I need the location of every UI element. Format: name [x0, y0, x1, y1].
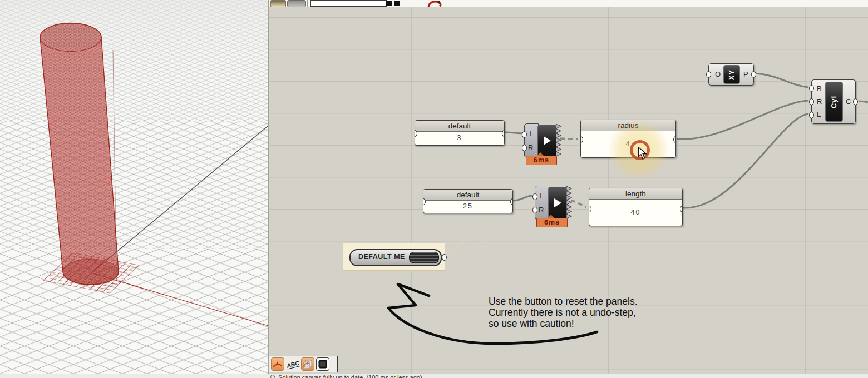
output-port[interactable] — [673, 136, 676, 143]
input-port[interactable] — [809, 85, 814, 92]
status-icon — [270, 375, 275, 378]
scribble-icon — [272, 359, 283, 370]
panel-value[interactable]: 25 — [423, 201, 512, 212]
zigzag-edge — [556, 124, 562, 156]
panel-value[interactable]: 3 — [415, 132, 504, 144]
grasshopper-top-toolbar — [269, 0, 868, 7]
abc-icon: ABC — [285, 359, 299, 369]
button-group-background: DEFAULT ME — [343, 243, 445, 271]
output-port[interactable] — [853, 98, 858, 105]
status-text: Solution canvas fully up to date. (100 m… — [278, 374, 422, 378]
cylinder-component[interactable]: B R L Cyl C — [811, 79, 856, 124]
grasshopper-window: { "toolbar_top": { "search_value": "" },… — [0, 0, 868, 378]
data-dam-b[interactable]: T R 6ms — [535, 186, 574, 219]
panel-title: length — [589, 188, 682, 200]
status-bar: Solution canvas fully up to date. (100 m… — [0, 374, 868, 378]
rhino-3d-viewport[interactable] — [0, 0, 269, 374]
panel-title: default — [423, 190, 512, 201]
zigzag-edge — [566, 186, 573, 218]
filled-rectangle-icon — [317, 359, 328, 370]
button-pressable-end[interactable] — [409, 252, 439, 263]
canvas-widget-toolbar: ABC — [269, 356, 338, 372]
input-port[interactable] — [522, 145, 527, 151]
input-label: T — [539, 191, 543, 200]
input-label: B — [817, 84, 822, 93]
mouse-cursor — [638, 147, 649, 160]
output-port[interactable] — [751, 71, 756, 78]
input-label: R — [539, 206, 544, 214]
panel-title: default — [415, 121, 504, 132]
layers-arrow-icon — [302, 359, 313, 370]
input-label: R — [528, 143, 533, 152]
annotation-note: Use the button to reset the panels. Curr… — [489, 296, 638, 329]
icon-label: XY — [728, 69, 736, 79]
grasshopper-logo-icon — [426, 0, 443, 7]
input-label: T — [528, 129, 532, 137]
icon-label: Cyl — [830, 95, 838, 108]
play-icon — [544, 136, 551, 145]
file-icon[interactable] — [270, 0, 286, 7]
button-label: DEFAULT ME — [358, 253, 405, 261]
rectangle-tool-button[interactable] — [316, 357, 329, 371]
input-port[interactable] — [532, 193, 537, 200]
xy-plane-component[interactable]: O XY P — [708, 63, 754, 86]
play-icon — [554, 198, 561, 207]
annotation-line: Currently there is not a undo-step, — [489, 307, 638, 318]
input-port[interactable] — [522, 131, 527, 138]
camera-icon[interactable] — [287, 0, 306, 7]
input-label: O — [715, 70, 721, 78]
output-port[interactable] — [510, 198, 513, 205]
output-port[interactable] — [680, 206, 683, 212]
input-port[interactable] — [706, 71, 711, 78]
panel-default-a[interactable]: default 3 — [415, 120, 505, 146]
toolbar-search-input[interactable] — [310, 0, 387, 7]
output-port[interactable] — [502, 130, 505, 137]
data-dam-a[interactable]: T R 6ms — [524, 123, 563, 157]
delay-tag: 6ms — [526, 156, 557, 165]
cylinder-icon[interactable]: Cyl — [825, 82, 843, 122]
xy-plane-icon[interactable]: XY — [723, 65, 740, 84]
input-label: R — [817, 97, 822, 106]
annotation-line: so use with caution! — [489, 318, 638, 329]
panel-value[interactable]: 40 — [589, 200, 682, 225]
input-label: L — [817, 110, 821, 118]
panel-default-b[interactable]: default 25 — [423, 189, 513, 213]
sketch-tool-button[interactable] — [271, 357, 284, 371]
input-port[interactable] — [809, 98, 814, 105]
toolbar-divider — [307, 0, 308, 7]
output-label: C — [846, 97, 851, 106]
swatch-icon[interactable] — [386, 1, 392, 6]
send-to-back-button[interactable] — [301, 357, 314, 371]
output-label: P — [743, 70, 748, 78]
input-port[interactable] — [809, 112, 814, 118]
panel-length[interactable]: length 40 — [589, 188, 683, 226]
swatch-icon[interactable] — [394, 1, 400, 6]
output-port[interactable] — [442, 254, 447, 261]
delay-tag: 6ms — [536, 218, 568, 227]
viewport-canvas-divider — [268, 0, 269, 374]
default-me-button[interactable]: DEFAULT ME — [349, 249, 442, 266]
input-port[interactable] — [532, 207, 537, 213]
text-tool-button[interactable]: ABC — [286, 357, 299, 371]
viewport-grid — [0, 0, 269, 374]
annotation-line: Use the button to reset the panels. — [489, 296, 638, 307]
